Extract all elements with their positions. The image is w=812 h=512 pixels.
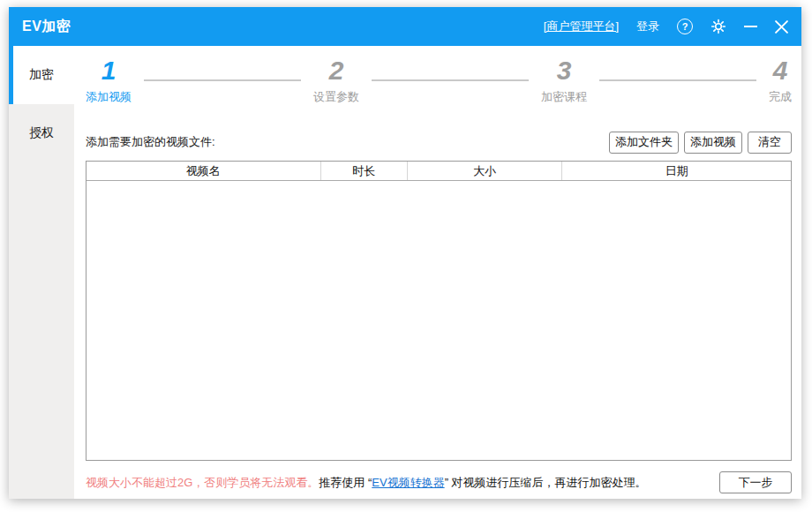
- desktop-background: EV加密 [商户管理平台] 登录 ?: [0, 0, 812, 512]
- add-folder-button[interactable]: 添加文件夹: [609, 132, 679, 154]
- clear-button[interactable]: 清空: [748, 132, 792, 154]
- titlebar[interactable]: EV加密 [商户管理平台] 登录 ?: [9, 7, 801, 46]
- step-3-encrypt-course: 3 加密课程: [541, 55, 587, 105]
- app-window: EV加密 [商户管理平台] 登录 ?: [9, 7, 801, 499]
- main-panel: 1 添加视频 2 设置参数 3 加密课程 4: [74, 46, 801, 499]
- window-body: 加密 授权 1 添加视频 2 设置参数: [9, 46, 801, 499]
- active-tab-indicator: [9, 46, 13, 104]
- sidebar-item-label: 加密: [29, 67, 54, 83]
- step-2-set-params: 2 设置参数: [313, 55, 359, 105]
- login-link[interactable]: 登录: [636, 19, 659, 34]
- step-label: 加密课程: [541, 89, 587, 105]
- col-header-duration: 时长: [321, 162, 408, 180]
- step-number: 3: [557, 55, 572, 87]
- add-video-button[interactable]: 添加视频: [684, 132, 742, 154]
- help-glyph: ?: [677, 19, 693, 34]
- toolbar-buttons: 添加文件夹 添加视频 清空: [609, 132, 792, 154]
- ev-converter-link[interactable]: EV视频转换器: [372, 476, 444, 489]
- sidebar-item-authorize[interactable]: 授权: [9, 104, 74, 162]
- step-1-add-video: 1 添加视频: [86, 55, 132, 105]
- help-icon[interactable]: ?: [677, 19, 693, 34]
- step-connector: [144, 79, 301, 81]
- step-connector: [372, 79, 529, 81]
- step-label: 完成: [769, 89, 792, 105]
- step-number: 1: [102, 55, 117, 87]
- next-step-button[interactable]: 下一步: [719, 471, 792, 493]
- step-4-finish: 4 完成: [769, 55, 792, 105]
- footer-bar: 视频大小不能超过2G，否则学员将无法观看。 推荐使用 “EV视频转换器” 对视频…: [86, 471, 792, 493]
- step-label: 设置参数: [313, 89, 359, 105]
- toolbar: 添加需要加密的视频文件: 添加文件夹 添加视频 清空: [86, 131, 792, 154]
- step-number: 2: [329, 55, 344, 87]
- sidebar-item-encrypt[interactable]: 加密: [9, 46, 74, 104]
- app-title: EV加密: [22, 18, 71, 36]
- minimize-icon[interactable]: [744, 26, 757, 27]
- step-connector: [599, 79, 756, 81]
- video-table: 视频名 时长 大小 日期: [86, 161, 792, 461]
- close-icon[interactable]: [775, 20, 788, 34]
- step-label: 添加视频: [86, 89, 132, 105]
- add-files-label: 添加需要加密的视频文件:: [86, 134, 215, 150]
- merchant-portal-link[interactable]: [商户管理平台]: [544, 19, 619, 34]
- col-header-video-name: 视频名: [86, 162, 321, 180]
- step-indicator: 1 添加视频 2 设置参数 3 加密课程 4: [86, 55, 792, 117]
- col-header-date: 日期: [562, 162, 791, 180]
- col-header-size: 大小: [408, 162, 563, 180]
- step-number: 4: [773, 55, 788, 87]
- gear-icon[interactable]: [710, 19, 726, 34]
- tip-prefix: 推荐使用 “: [319, 476, 372, 489]
- titlebar-actions: [商户管理平台] 登录 ?: [544, 19, 788, 34]
- table-header-row: 视频名 时长 大小 日期: [86, 162, 791, 181]
- sidebar-item-label: 授权: [29, 125, 54, 141]
- minimize-glyph: [744, 26, 757, 27]
- tip-suffix: ” 对视频进行压缩后，再进行加密处理。: [445, 476, 647, 489]
- tip-text: 推荐使用 “EV视频转换器” 对视频进行压缩后，再进行加密处理。: [319, 475, 646, 491]
- size-warning-text: 视频大小不能超过2G，否则学员将无法观看。: [86, 475, 319, 491]
- sidebar: 加密 授权: [9, 46, 74, 499]
- table-body[interactable]: [86, 181, 791, 460]
